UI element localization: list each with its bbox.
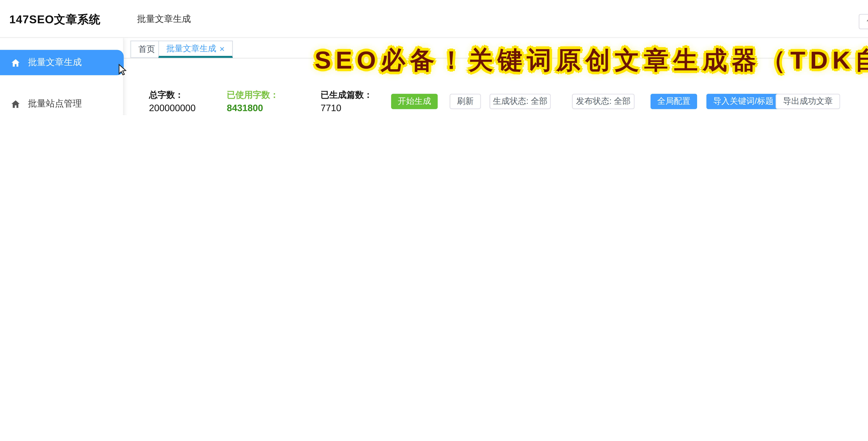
tab-label: 首页 [138, 43, 155, 55]
generated-count-value: 7710 [321, 102, 341, 113]
tab-batch-article[interactable]: 批量文章生成 × [158, 41, 232, 58]
publish-status-select[interactable]: 发布状态: 全部 [572, 94, 634, 109]
home-icon [10, 99, 21, 109]
total-words-label: 总字数： [149, 89, 184, 101]
used-words-label: 已使用字数： [227, 89, 279, 101]
tab-label: 批量文章生成 [166, 43, 216, 54]
export-success-button[interactable]: 导出成功文章 [776, 94, 840, 109]
start-generate-button[interactable]: 开始生成 [391, 94, 438, 109]
app-logo: 147SEO文章系统 [9, 12, 101, 27]
total-words-value: 200000000 [149, 102, 196, 113]
promo-headline: SEO必备！关键词原创文章生成器（TDK自动生成） [315, 44, 868, 77]
close-icon[interactable]: × [219, 43, 224, 54]
home-icon [10, 58, 21, 67]
generated-count-label: 已生成篇数： [321, 89, 373, 101]
import-keywords-button[interactable]: 导入关键词/标题 [706, 94, 780, 109]
sidebar-item-batch-article[interactable]: 批量文章生成 [0, 50, 124, 75]
tab-home[interactable]: 首页 [130, 41, 163, 58]
app-window: 147SEO文章系统 批量文章生成 使用教程 联系客服 65e4811dfb64… [0, 0, 868, 115]
sidebar-item-label: 批量文章生成 [28, 57, 82, 69]
tutorial-button[interactable]: 使用教程 [859, 14, 868, 29]
used-words-value: 8431800 [227, 102, 263, 113]
sidebar-item-label: 批量站点管理 [28, 98, 82, 110]
sidebar-item-batch-site[interactable]: 批量站点管理 [0, 91, 124, 115]
generate-status-select[interactable]: 生成状态: 全部 [490, 94, 551, 109]
breadcrumb: 批量文章生成 [137, 13, 191, 25]
refresh-button[interactable]: 刷新 [450, 94, 481, 109]
global-config-button[interactable]: 全局配置 [650, 94, 697, 109]
top-bar: 147SEO文章系统 批量文章生成 使用教程 联系客服 65e4811dfb64… [0, 0, 868, 38]
mouse-cursor [118, 64, 127, 78]
sidebar: 批量文章生成 批量站点管理 实时关键词挖掘 账户管理 [0, 38, 124, 115]
